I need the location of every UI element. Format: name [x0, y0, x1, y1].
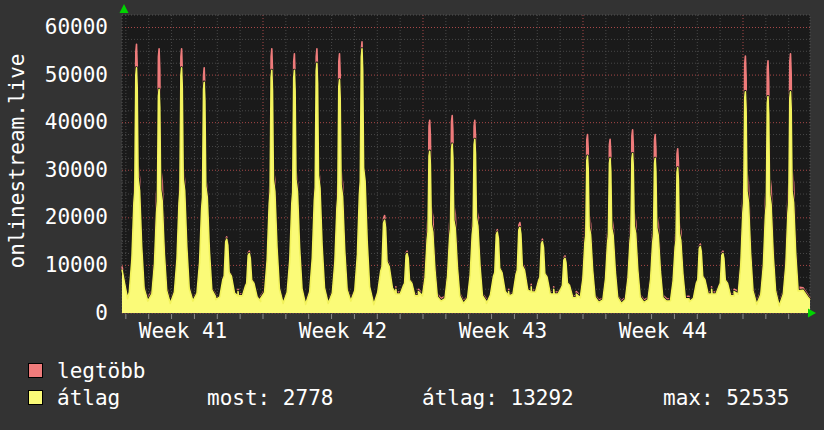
- x-week-label: Week 42: [299, 321, 388, 342]
- y-tick-label: 40000: [24, 112, 108, 133]
- y-tick-label: 60000: [24, 17, 108, 38]
- y-tick-label: 10000: [24, 255, 108, 276]
- stat-max: max: 52535: [663, 388, 789, 409]
- y-tick-label: 20000: [24, 207, 108, 228]
- right-arrow-icon: [808, 309, 816, 318]
- legend-label-max: legtöbb: [57, 361, 146, 382]
- y-tick-label: 50000: [24, 65, 108, 86]
- stat-most: most: 2778: [207, 388, 333, 409]
- legend-swatch-avg: [28, 390, 43, 405]
- y-tick-label: 30000: [24, 160, 108, 181]
- stat-atlag: átlag: 13292: [422, 388, 574, 409]
- x-week-label: Week 41: [139, 321, 228, 342]
- x-week-label: Week 44: [619, 321, 708, 342]
- y-tick-label: 0: [24, 303, 108, 324]
- x-week-label: Week 43: [459, 321, 548, 342]
- up-arrow-icon: [120, 4, 129, 13]
- rrd-graph: onlinestream.live 6000050000400003000020…: [0, 0, 824, 430]
- legend-swatch-max: [28, 363, 43, 378]
- legend-label-avg: átlag: [57, 388, 120, 409]
